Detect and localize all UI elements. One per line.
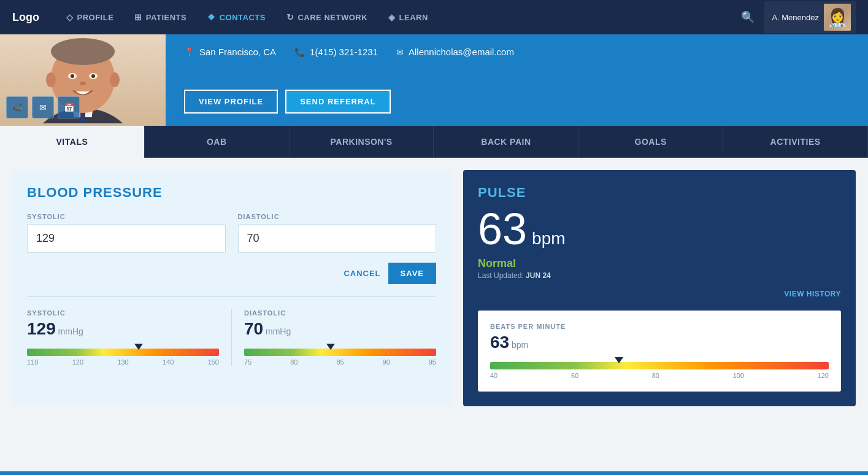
patients-icon: ⊞ (134, 12, 142, 22)
bpm-value: 63 bpm (490, 333, 829, 352)
video-call-button[interactable]: 📹 (6, 96, 28, 118)
systolic-metric-label: SYSTOLIC (27, 309, 219, 317)
patient-photo: 📹 ✉ 📅 (0, 34, 166, 126)
nav-label-care-network: CARE NETWORK (298, 13, 367, 22)
diastolic-input[interactable] (238, 224, 437, 253)
bar-label-120: 120 (818, 372, 829, 379)
bar-label-95: 95 (429, 358, 436, 366)
patient-phone: 📞 1(415) 321-1231 (294, 47, 378, 57)
pulse-bar-labels: 40 60 80 100 120 (490, 372, 829, 379)
bp-inputs-row: SYSTOLIC DIASTOLIC (27, 213, 436, 253)
diastolic-gradient-bar (244, 349, 436, 356)
patient-actions: VIEW PROFILE SEND REFERRAL (184, 90, 850, 114)
avatar (824, 4, 851, 31)
svg-point-12 (46, 72, 56, 87)
pulse-unit: bpm (532, 229, 565, 249)
bp-metrics-row: SYSTOLIC 129 mmHg 110 120 130 140 150 (27, 296, 436, 366)
view-profile-button[interactable]: VIEW PROFILE (184, 90, 278, 114)
patient-header: 📹 ✉ 📅 📍 San Francisco, CA 📞 1(415) 321-1… (0, 34, 868, 126)
contacts-icon: ❖ (207, 12, 216, 22)
pulse-updated: Last Updated: JUN 24 (478, 271, 841, 280)
systolic-gradient-bar (27, 349, 219, 356)
bar-label-150: 150 (208, 358, 219, 366)
bar-label-85: 85 (336, 358, 344, 366)
diastolic-input-group: DIASTOLIC (238, 213, 437, 253)
systolic-indicator (134, 344, 143, 350)
send-referral-button[interactable]: SEND REFERRAL (285, 90, 391, 114)
nav-item-profile[interactable]: ◇ PROFILE (58, 7, 122, 27)
nav-label-contacts: CONTACTS (220, 13, 266, 22)
main-content: BLOOD PRESSURE SYSTOLIC DIASTOLIC CANCEL… (0, 158, 868, 419)
pulse-status: Normal (478, 257, 841, 270)
patient-phone-text: 1(415) 321-1231 (310, 47, 378, 57)
systolic-bar-container: 110 120 130 140 150 (27, 349, 219, 366)
pulse-bar-container: 40 60 80 100 120 (490, 362, 829, 379)
nav-item-patients[interactable]: ⊞ PATIENTS (126, 7, 195, 27)
systolic-label: SYSTOLIC (27, 213, 226, 220)
bar-label-80: 80 (290, 358, 298, 366)
diastolic-metric-label: DIASTOLIC (244, 309, 436, 317)
diastolic-metric-value: 70 mmHg (244, 319, 436, 339)
svg-point-6 (51, 38, 115, 65)
patient-contact-row: 📍 San Francisco, CA 📞 1(415) 321-1231 ✉ … (184, 47, 850, 57)
patient-location: 📍 San Francisco, CA (184, 47, 276, 57)
avatar-image (824, 4, 851, 31)
photo-icons: 📹 ✉ 📅 (6, 96, 80, 118)
bar-label-110: 110 (27, 358, 38, 366)
patient-email: ✉ Allennicholas@email.com (396, 47, 514, 57)
nav-label-profile: PROFILE (77, 13, 113, 22)
tab-vitals[interactable]: VITALS (0, 126, 145, 158)
nav-label-patients: PATIENTS (146, 13, 186, 22)
pulse-title: PULSE (478, 185, 841, 201)
calendar-button[interactable]: 📅 (58, 96, 80, 118)
pulse-number: 63 (478, 207, 527, 251)
patient-info: 📍 San Francisco, CA 📞 1(415) 321-1231 ✉ … (166, 34, 868, 126)
diastolic-indicator (326, 344, 335, 350)
systolic-input-group: SYSTOLIC (27, 213, 226, 253)
tab-back-pain[interactable]: BACK PAIN (434, 126, 578, 158)
nav-item-learn[interactable]: ◈ LEARN (380, 7, 437, 27)
bar-label-80: 80 (652, 372, 659, 379)
tab-oab[interactable]: OAB (145, 126, 290, 158)
pulse-indicator (615, 357, 623, 363)
cancel-button[interactable]: CANCEL (344, 269, 380, 278)
pulse-bottom-card: BEATS PER MINUTE 63 bpm 40 60 80 100 120 (478, 311, 841, 392)
systolic-input[interactable] (27, 224, 226, 253)
profile-icon: ◇ (66, 12, 74, 22)
bpm-unit: bpm (509, 340, 528, 350)
diastolic-label: DIASTOLIC (238, 213, 437, 220)
nav-item-contacts[interactable]: ❖ CONTACTS (199, 7, 274, 27)
systolic-bar-labels: 110 120 130 140 150 (27, 358, 219, 366)
svg-point-9 (71, 74, 74, 78)
save-button[interactable]: SAVE (388, 263, 436, 284)
tab-activities[interactable]: ACTIVITIES (723, 126, 868, 158)
navbar: Logo ◇ PROFILE ⊞ PATIENTS ❖ CONTACTS ↻ C… (0, 0, 868, 34)
bar-label-100: 100 (733, 372, 744, 379)
location-icon: 📍 (184, 47, 194, 57)
blood-pressure-card: BLOOD PRESSURE SYSTOLIC DIASTOLIC CANCEL… (12, 170, 451, 406)
patient-email-text: Allennicholas@email.com (409, 47, 514, 57)
user-badge: A. Menendez (764, 1, 856, 33)
svg-point-11 (80, 82, 86, 85)
tabs-bar: VITALS OAB PARKINSON'S BACK PAIN GOALS A… (0, 126, 868, 158)
calendar-icon: 📅 (64, 102, 74, 112)
tab-goals[interactable]: GOALS (578, 126, 723, 158)
bar-label-90: 90 (383, 358, 390, 366)
user-name: A. Menendez (772, 13, 819, 22)
tab-parkinsons[interactable]: PARKINSON'S (290, 126, 434, 158)
bottom-bar (0, 471, 868, 475)
svg-point-10 (91, 74, 95, 78)
email-icon: ✉ (396, 47, 404, 57)
video-icon: 📹 (12, 102, 23, 112)
search-icon[interactable]: 🔍 (741, 10, 755, 24)
view-history-button[interactable]: VIEW HISTORY (784, 290, 841, 298)
nav-item-care-network[interactable]: ↻ CARE NETWORK (278, 7, 376, 27)
care-network-icon: ↻ (286, 12, 294, 22)
diastolic-unit: mmHg (263, 326, 291, 336)
message-button[interactable]: ✉ (32, 96, 54, 118)
systolic-metric: SYSTOLIC 129 mmHg 110 120 130 140 150 (27, 309, 232, 366)
nav-items: ◇ PROFILE ⊞ PATIENTS ❖ CONTACTS ↻ CARE N… (58, 7, 741, 27)
svg-point-13 (110, 72, 120, 87)
pulse-gradient-bar (490, 362, 829, 369)
bpm-label: BEATS PER MINUTE (490, 323, 829, 330)
